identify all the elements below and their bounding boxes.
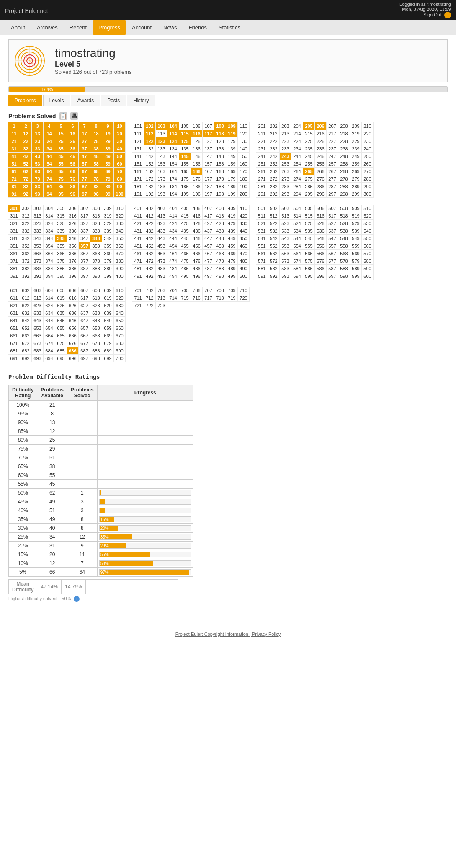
num-cell-419[interactable]: 419 bbox=[226, 212, 238, 220]
num-cell-263[interactable]: 263 bbox=[280, 168, 291, 175]
num-cell-616[interactable]: 616 bbox=[67, 294, 79, 302]
num-cell-85[interactable]: 85 bbox=[55, 183, 67, 190]
num-cell-202[interactable]: 202 bbox=[268, 122, 280, 130]
num-cell-358[interactable]: 358 bbox=[90, 242, 102, 250]
num-cell-624[interactable]: 624 bbox=[44, 302, 55, 309]
num-cell-255[interactable]: 255 bbox=[303, 160, 315, 168]
num-cell-399[interactable]: 399 bbox=[102, 272, 114, 280]
num-cell-441[interactable]: 441 bbox=[132, 235, 144, 242]
num-cell-536[interactable]: 536 bbox=[315, 227, 327, 235]
num-cell-556[interactable]: 556 bbox=[315, 242, 327, 250]
num-cell-323[interactable]: 323 bbox=[32, 220, 44, 227]
num-cell-440[interactable]: 440 bbox=[238, 227, 250, 235]
num-cell-568[interactable]: 568 bbox=[338, 250, 350, 257]
num-cell-220[interactable]: 220 bbox=[362, 130, 374, 137]
num-cell-27[interactable]: 27 bbox=[79, 137, 90, 145]
num-cell-203[interactable]: 203 bbox=[280, 122, 291, 130]
num-cell-92[interactable]: 92 bbox=[20, 190, 32, 198]
num-cell-678[interactable]: 678 bbox=[90, 339, 102, 347]
num-cell-433[interactable]: 433 bbox=[156, 227, 167, 235]
tab-levels[interactable]: Levels bbox=[43, 95, 70, 106]
num-cell-502[interactable]: 502 bbox=[268, 205, 280, 212]
num-cell-445[interactable]: 445 bbox=[179, 235, 191, 242]
num-cell-609[interactable]: 609 bbox=[102, 287, 114, 294]
num-cell-127[interactable]: 127 bbox=[203, 137, 214, 145]
num-cell-655[interactable]: 655 bbox=[55, 324, 67, 332]
num-cell-579[interactable]: 579 bbox=[350, 257, 362, 265]
num-cell-688[interactable]: 688 bbox=[90, 347, 102, 355]
num-cell-684[interactable]: 684 bbox=[44, 347, 55, 355]
num-cell-702[interactable]: 702 bbox=[144, 287, 156, 294]
num-cell-159[interactable]: 159 bbox=[226, 160, 238, 168]
num-cell-342[interactable]: 342 bbox=[20, 235, 32, 242]
num-cell-14[interactable]: 14 bbox=[44, 130, 55, 137]
num-cell-264[interactable]: 264 bbox=[291, 168, 303, 175]
num-cell-563[interactable]: 563 bbox=[280, 250, 291, 257]
num-cell-284[interactable]: 284 bbox=[291, 183, 303, 190]
num-cell-659[interactable]: 659 bbox=[102, 324, 114, 332]
num-cell-136[interactable]: 136 bbox=[191, 145, 203, 153]
num-cell-53[interactable]: 53 bbox=[32, 160, 44, 168]
num-cell-565[interactable]: 565 bbox=[303, 250, 315, 257]
num-cell-169[interactable]: 169 bbox=[226, 168, 238, 175]
num-cell-371[interactable]: 371 bbox=[8, 257, 20, 265]
num-cell-628[interactable]: 628 bbox=[90, 302, 102, 309]
num-cell-289[interactable]: 289 bbox=[350, 183, 362, 190]
num-cell-376[interactable]: 376 bbox=[67, 257, 79, 265]
num-cell-199[interactable]: 199 bbox=[226, 190, 238, 198]
num-cell-260[interactable]: 260 bbox=[362, 160, 374, 168]
num-cell-288[interactable]: 288 bbox=[338, 183, 350, 190]
num-cell-161[interactable]: 161 bbox=[132, 168, 144, 175]
num-cell-43[interactable]: 43 bbox=[32, 153, 44, 160]
num-cell-558[interactable]: 558 bbox=[338, 242, 350, 250]
num-cell-99[interactable]: 99 bbox=[102, 190, 114, 198]
num-cell-369[interactable]: 369 bbox=[102, 250, 114, 257]
num-cell-553[interactable]: 553 bbox=[280, 242, 291, 250]
info-icon[interactable]: i bbox=[74, 596, 80, 602]
num-cell-671[interactable]: 671 bbox=[8, 339, 20, 347]
num-cell-618[interactable]: 618 bbox=[90, 294, 102, 302]
num-cell-610[interactable]: 610 bbox=[114, 287, 126, 294]
num-cell-166[interactable]: 166 bbox=[191, 168, 203, 175]
num-cell-693[interactable]: 693 bbox=[32, 355, 44, 362]
num-cell-309[interactable]: 309 bbox=[102, 205, 114, 212]
num-cell-379[interactable]: 379 bbox=[102, 257, 114, 265]
num-cell-147[interactable]: 147 bbox=[203, 153, 214, 160]
num-cell-68[interactable]: 68 bbox=[90, 168, 102, 175]
num-cell-280[interactable]: 280 bbox=[362, 175, 374, 183]
num-cell-456[interactable]: 456 bbox=[191, 242, 203, 250]
tab-history[interactable]: History bbox=[127, 95, 155, 106]
num-cell-470[interactable]: 470 bbox=[238, 250, 250, 257]
num-cell-380[interactable]: 380 bbox=[114, 257, 126, 265]
num-cell-534[interactable]: 534 bbox=[291, 227, 303, 235]
num-cell-300[interactable]: 300 bbox=[362, 190, 374, 198]
num-cell-710[interactable]: 710 bbox=[238, 287, 250, 294]
num-cell-721[interactable]: 721 bbox=[132, 302, 144, 309]
num-cell-514[interactable]: 514 bbox=[291, 212, 303, 220]
num-cell-87[interactable]: 87 bbox=[79, 183, 90, 190]
num-cell-208[interactable]: 208 bbox=[338, 122, 350, 130]
tab-awards[interactable]: Awards bbox=[71, 95, 100, 106]
num-cell-276[interactable]: 276 bbox=[315, 175, 327, 183]
num-cell-194[interactable]: 194 bbox=[167, 190, 179, 198]
num-cell-444[interactable]: 444 bbox=[167, 235, 179, 242]
num-cell-248[interactable]: 248 bbox=[338, 153, 350, 160]
num-cell-19[interactable]: 19 bbox=[102, 130, 114, 137]
num-cell-195[interactable]: 195 bbox=[179, 190, 191, 198]
num-cell-245[interactable]: 245 bbox=[303, 153, 315, 160]
num-cell-602[interactable]: 602 bbox=[20, 287, 32, 294]
num-cell-250[interactable]: 250 bbox=[362, 153, 374, 160]
num-cell-516[interactable]: 516 bbox=[315, 212, 327, 220]
num-cell-485[interactable]: 485 bbox=[179, 265, 191, 272]
num-cell-648[interactable]: 648 bbox=[90, 317, 102, 324]
num-cell-477[interactable]: 477 bbox=[203, 257, 214, 265]
num-cell-229[interactable]: 229 bbox=[350, 137, 362, 145]
num-cell-694[interactable]: 694 bbox=[44, 355, 55, 362]
num-cell-331[interactable]: 331 bbox=[8, 227, 20, 235]
num-cell-468[interactable]: 468 bbox=[214, 250, 226, 257]
num-cell-37[interactable]: 37 bbox=[79, 145, 90, 153]
num-cell-621[interactable]: 621 bbox=[8, 302, 20, 309]
num-cell-374[interactable]: 374 bbox=[44, 257, 55, 265]
num-cell-717[interactable]: 717 bbox=[203, 294, 214, 302]
num-cell-12[interactable]: 12 bbox=[20, 130, 32, 137]
